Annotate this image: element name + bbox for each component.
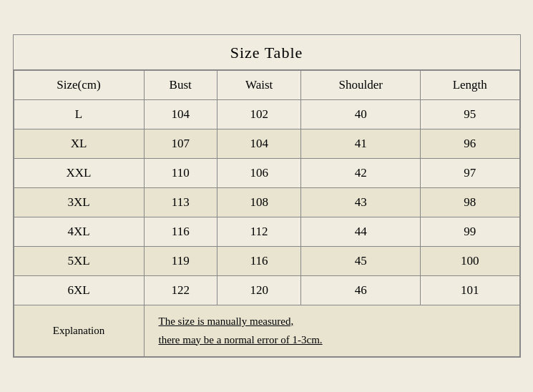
- cell-waist: 108: [217, 188, 301, 217]
- cell-length: 100: [420, 247, 519, 276]
- table-row: 4XL1161124499: [14, 217, 519, 247]
- cell-size: 5XL: [14, 247, 144, 276]
- cell-shoulder: 44: [301, 217, 421, 247]
- cell-length: 95: [420, 100, 519, 129]
- col-header-waist: Waist: [217, 71, 301, 100]
- table-row: XL1071044196: [14, 129, 519, 159]
- col-header-shoulder: Shoulder: [301, 71, 421, 100]
- cell-shoulder: 42: [301, 159, 421, 188]
- cell-size: 6XL: [14, 276, 144, 305]
- cell-length: 96: [420, 129, 519, 159]
- cell-size: 3XL: [14, 188, 144, 217]
- table-header-row: Size(cm) Bust Waist Shoulder Length: [14, 71, 519, 100]
- cell-shoulder: 40: [301, 100, 421, 129]
- cell-bust: 116: [144, 217, 217, 247]
- cell-waist: 106: [217, 159, 301, 188]
- cell-shoulder: 43: [301, 188, 421, 217]
- table-row: L1041024095: [14, 100, 519, 129]
- cell-bust: 113: [144, 188, 217, 217]
- cell-bust: 107: [144, 129, 217, 159]
- cell-bust: 119: [144, 247, 217, 276]
- cell-waist: 104: [217, 129, 301, 159]
- table-row: 5XL11911645100: [14, 247, 519, 276]
- size-table-container: Size Table Size(cm) Bust Waist Shoulder …: [13, 34, 521, 358]
- cell-size: XXL: [14, 159, 144, 188]
- page-wrapper: Size Table Size(cm) Bust Waist Shoulder …: [0, 0, 533, 392]
- table-title: Size Table: [14, 35, 520, 70]
- cell-shoulder: 41: [301, 129, 421, 159]
- cell-length: 99: [420, 217, 519, 247]
- explanation-row: ExplanationThe size is manually measured…: [14, 305, 519, 357]
- cell-waist: 116: [217, 247, 301, 276]
- cell-bust: 104: [144, 100, 217, 129]
- cell-length: 97: [420, 159, 519, 188]
- col-header-size: Size(cm): [14, 71, 144, 100]
- size-table: Size(cm) Bust Waist Shoulder Length L104…: [14, 70, 520, 357]
- cell-shoulder: 45: [301, 247, 421, 276]
- cell-waist: 102: [217, 100, 301, 129]
- table-row: 3XL1131084398: [14, 188, 519, 217]
- explanation-text: The size is manually measured,there may …: [144, 305, 519, 357]
- cell-bust: 122: [144, 276, 217, 305]
- cell-waist: 112: [217, 217, 301, 247]
- cell-length: 98: [420, 188, 519, 217]
- table-row: XXL1101064297: [14, 159, 519, 188]
- cell-size: L: [14, 100, 144, 129]
- col-header-bust: Bust: [144, 71, 217, 100]
- cell-bust: 110: [144, 159, 217, 188]
- col-header-length: Length: [420, 71, 519, 100]
- cell-shoulder: 46: [301, 276, 421, 305]
- cell-size: 4XL: [14, 217, 144, 247]
- table-row: 6XL12212046101: [14, 276, 519, 305]
- cell-length: 101: [420, 276, 519, 305]
- explanation-label: Explanation: [14, 305, 144, 357]
- cell-size: XL: [14, 129, 144, 159]
- cell-waist: 120: [217, 276, 301, 305]
